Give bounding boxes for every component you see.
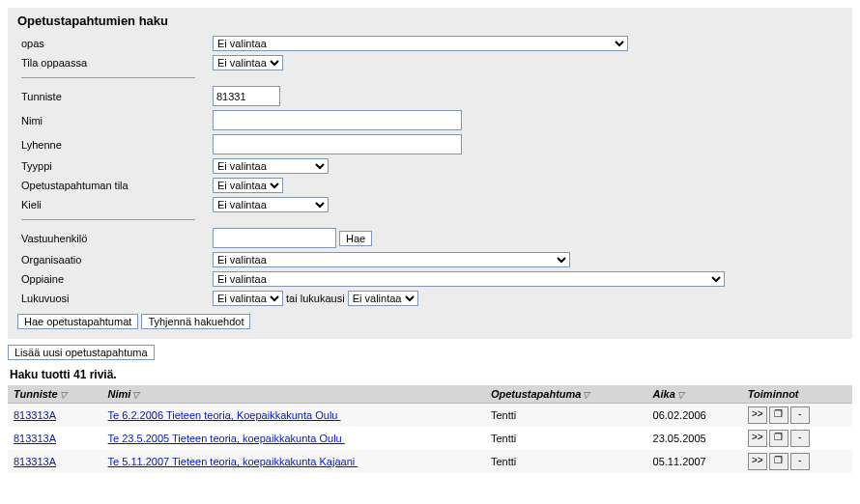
sort-icon: ▽ xyxy=(583,390,589,400)
minus-icon[interactable]: - xyxy=(790,406,810,424)
results-heading: Haku tuotti 41 riviä. xyxy=(10,368,852,381)
vastuuhenkilo-hae-button[interactable]: Hae xyxy=(339,231,372,246)
tai-lukukausi-label: tai lukukausi xyxy=(286,293,345,304)
oppiaine-select[interactable]: Ei valintaa xyxy=(213,271,725,287)
table-row: 813313ATe 5.11.2007 Tieteen teoria, koep… xyxy=(8,450,852,473)
hae-opetustapahtumat-button[interactable]: Hae opetustapahtumat xyxy=(17,314,138,329)
aika-cell: 06.02.2006 xyxy=(647,404,742,428)
lukuvuosi-select[interactable]: Ei valintaa xyxy=(213,291,283,306)
tyyppi-select[interactable]: Ei valintaa xyxy=(213,158,329,174)
tila-oppaassa-select[interactable]: Ei valintaa xyxy=(213,55,283,70)
separator xyxy=(21,77,195,78)
page-title: Opetustapahtumien haku xyxy=(17,14,843,28)
lisaa-uusi-button[interactable]: Lisää uusi opetustapahtuma xyxy=(8,345,155,360)
aika-cell: 23.05.2005 xyxy=(647,427,742,450)
copy-icon[interactable]: ❐ xyxy=(769,406,788,424)
minus-icon[interactable]: - xyxy=(790,430,810,447)
opetustapahtuma-cell: Tentti xyxy=(485,404,647,428)
tunniste-input[interactable] xyxy=(213,86,280,106)
minus-icon[interactable]: - xyxy=(790,453,810,470)
organisaatio-label: Organisaatio xyxy=(17,250,209,269)
aika-cell: 05.11.2007 xyxy=(647,450,742,473)
nimi-link[interactable]: Te 5.11.2007 Tieteen teoria, koepaikkaku… xyxy=(108,456,358,467)
tila-oppaassa-label: Tila oppaassa xyxy=(17,53,209,72)
col-opetustapahtuma[interactable]: Opetustapahtuma▽ xyxy=(485,385,647,404)
tyhjenna-hakuehdot-button[interactable]: Tyhjennä hakuehdot xyxy=(141,314,250,329)
lyhenne-label: Lyhenne xyxy=(17,132,209,156)
opas-select[interactable]: Ei valintaa xyxy=(213,36,628,51)
nimi-link[interactable]: Te 23.5.2005 Tieteen teoria, koepaikkaku… xyxy=(108,433,345,444)
col-aika[interactable]: Aika▽ xyxy=(647,385,742,404)
lukukausi-select[interactable]: Ei valintaa xyxy=(348,291,418,306)
sort-icon: ▽ xyxy=(60,390,67,400)
search-form: opas Ei valintaa Tila oppaassa Ei valint… xyxy=(17,34,729,308)
tyyppi-label: Tyyppi xyxy=(17,156,209,176)
lukuvuosi-label: Lukuvuosi xyxy=(17,289,209,308)
nimi-label: Nimi xyxy=(17,108,209,132)
opetustapahtuman-tila-label: Opetustapahtuman tila xyxy=(17,176,209,195)
tunniste-link[interactable]: 813313A xyxy=(14,409,56,421)
table-row: 813313ATe 6.2.2006 Tieteen teoria, Koepa… xyxy=(8,404,852,428)
vastuuhenkilo-label: Vastuuhenkilö xyxy=(17,226,209,250)
separator xyxy=(21,219,195,220)
col-tunniste[interactable]: Tunniste▽ xyxy=(8,385,102,404)
opetustapahtuma-cell: Tentti xyxy=(485,427,647,450)
tunniste-link[interactable]: 813313A xyxy=(14,433,56,444)
forward-icon[interactable]: >> xyxy=(748,406,767,424)
kieli-label: Kieli xyxy=(17,195,209,214)
lyhenne-input[interactable] xyxy=(213,134,462,154)
sort-icon: ▽ xyxy=(677,390,684,400)
kieli-select[interactable]: Ei valintaa xyxy=(213,197,329,212)
copy-icon[interactable]: ❐ xyxy=(769,430,788,447)
nimi-link[interactable]: Te 6.2.2006 Tieteen teoria, Koepaikkakun… xyxy=(108,409,341,421)
results-table: Tunniste▽ Nimi▽ Opetustapahtuma▽ Aika▽ T… xyxy=(8,385,852,473)
opetustapahtuma-cell: Tentti xyxy=(485,450,647,473)
tunniste-link[interactable]: 813313A xyxy=(14,456,56,467)
nimi-input[interactable] xyxy=(213,110,462,130)
vastuuhenkilo-input[interactable] xyxy=(213,228,336,248)
forward-icon[interactable]: >> xyxy=(748,430,767,447)
tunniste-label: Tunniste xyxy=(17,84,209,108)
opas-label: opas xyxy=(17,34,209,53)
sort-icon: ▽ xyxy=(132,390,139,400)
col-nimi[interactable]: Nimi▽ xyxy=(102,385,485,404)
search-panel: Opetustapahtumien haku opas Ei valintaa … xyxy=(8,8,852,339)
copy-icon[interactable]: ❐ xyxy=(769,453,788,470)
organisaatio-select[interactable]: Ei valintaa xyxy=(213,252,570,267)
opetustapahtuman-tila-select[interactable]: Ei valintaa xyxy=(213,178,283,193)
table-row: 813313ATe 23.5.2005 Tieteen teoria, koep… xyxy=(8,427,852,450)
oppiaine-label: Oppiaine xyxy=(17,269,209,289)
forward-icon[interactable]: >> xyxy=(748,453,767,470)
col-toiminnot: Toiminnot xyxy=(742,385,852,404)
